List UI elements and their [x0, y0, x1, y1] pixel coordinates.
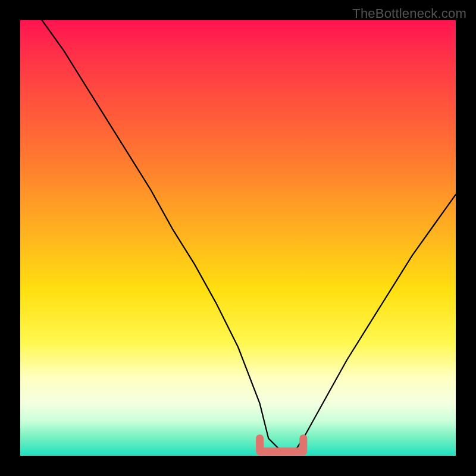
bottleneck-curve — [42, 20, 456, 452]
watermark-text: TheBottleneck.com — [352, 6, 466, 21]
plot-area — [20, 20, 456, 456]
optimal-region-marker — [260, 439, 303, 452]
curve-layer — [20, 20, 456, 456]
